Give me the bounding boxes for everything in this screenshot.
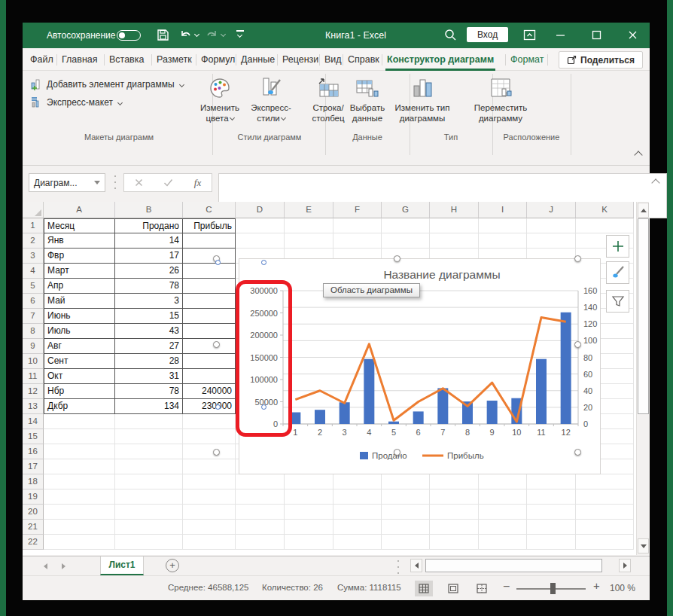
tab-layout[interactable]: Разметк [155,48,193,71]
cell-I1[interactable] [479,218,527,233]
cell-C1[interactable]: Прибыль [183,218,236,233]
view-normal-button[interactable] [415,581,433,596]
row-header-6[interactable]: 6 [23,294,44,309]
cell-B11[interactable]: 31 [115,369,183,384]
row-header-16[interactable]: 16 [23,444,44,459]
new-sheet-button[interactable]: + [166,559,179,572]
cell-H20[interactable] [430,505,479,520]
x-axis-label[interactable]: 2 [318,428,322,437]
sheet-nav-prev-icon[interactable] [44,563,47,569]
select-data-button[interactable]: Выбрать данные [346,74,388,124]
row-header-15[interactable]: 15 [23,429,44,444]
cell-D21[interactable] [236,520,285,535]
cell-C20[interactable] [183,505,236,520]
cell-A10[interactable]: Сент [44,354,115,369]
cell-C15[interactable] [183,429,236,444]
cell-F21[interactable] [333,520,382,535]
legend-swatch-bar[interactable] [360,452,368,459]
cell-A19[interactable] [44,489,115,505]
cell-A3[interactable]: Фвр [44,249,115,264]
cell-B8[interactable]: 43 [115,324,183,339]
cell-A14[interactable] [44,414,115,429]
cell-F22[interactable] [333,535,382,550]
chart-handle-top-right[interactable] [574,255,581,262]
cell-E22[interactable] [285,535,333,550]
sign-in-button[interactable]: Вход [467,27,508,42]
bar-9[interactable] [487,401,498,424]
column-header-E[interactable]: E [285,202,333,218]
bar-6[interactable] [413,411,424,424]
cell-B12[interactable]: 78 [115,384,183,399]
cell-I18[interactable] [479,474,527,489]
bar-3[interactable] [340,402,350,424]
chart-filters-button[interactable] [606,290,629,313]
collapse-ribbon-icon[interactable] [634,151,642,159]
column-header-C[interactable]: C [183,202,236,218]
cell-B21[interactable] [115,520,183,535]
tab-home[interactable]: Главная [60,48,99,71]
right-axis-label[interactable]: 100 [583,336,597,345]
hscroll-left-button[interactable] [410,559,422,572]
cell-B3[interactable]: 17 [115,249,183,264]
x-axis-label[interactable]: 4 [367,428,371,437]
cell-C12[interactable]: 240000 [183,384,236,399]
x-axis-label[interactable]: 1 [293,428,297,437]
cell-A8[interactable]: Июль [44,324,115,339]
cell-B16[interactable] [115,444,183,459]
cell-B13[interactable]: 134 [115,399,183,414]
chart-handle-bottom-left[interactable] [213,449,220,456]
row-header-17[interactable]: 17 [23,459,44,474]
x-axis-label[interactable]: 10 [512,428,521,437]
cell-B4[interactable]: 26 [115,264,183,279]
x-axis-label[interactable]: 3 [343,428,347,437]
zoom-out-button[interactable]: − [503,580,510,593]
cell-J21[interactable] [527,520,576,535]
cell-C8[interactable] [183,324,236,339]
cell-H18[interactable] [430,474,479,489]
vertical-scrollbar[interactable] [636,202,649,555]
cell-B6[interactable]: 3 [115,294,183,309]
axis-selection-handle[interactable] [215,404,221,410]
name-box-dropdown-icon[interactable] [94,181,100,184]
cell-A18[interactable] [44,474,115,489]
enter-icon[interactable] [163,178,173,187]
cell-H2[interactable] [430,233,479,249]
cancel-icon[interactable] [135,178,143,187]
bar-4[interactable] [364,359,374,424]
bar-5[interactable] [388,422,399,424]
customize-quick-access-icon[interactable] [236,30,244,32]
cell-C4[interactable] [183,264,236,279]
cell-A13[interactable]: Дкбр [44,399,115,414]
cell-E2[interactable] [285,233,333,249]
cell-I2[interactable] [479,233,527,249]
column-header-G[interactable]: G [382,202,430,218]
cell-J2[interactable] [527,233,576,249]
bar-11[interactable] [536,359,547,424]
tab-format[interactable]: Формат [509,48,545,71]
cell-E21[interactable] [285,520,333,535]
row-header-2[interactable]: 2 [23,233,44,249]
row-header-11[interactable]: 11 [23,369,44,384]
cell-C14[interactable] [183,414,236,429]
quick-styles-button[interactable]: Экспресс-стили [246,74,296,124]
cell-A15[interactable] [44,429,115,444]
cell-I20[interactable] [479,505,527,520]
cell-B7[interactable]: 15 [115,309,183,324]
column-header-K[interactable]: K [576,202,634,218]
right-axis-label[interactable]: 40 [583,386,592,395]
cell-C22[interactable] [183,535,236,550]
undo-dropdown-caret[interactable] [194,32,199,37]
legend-label-sold[interactable]: Продано [372,451,407,460]
cell-C18[interactable] [183,474,236,489]
cell-E20[interactable] [285,505,333,520]
cell-D22[interactable] [236,535,285,550]
right-axis-label[interactable]: 140 [583,303,597,312]
row-header-12[interactable]: 12 [23,384,44,399]
row-header-7[interactable]: 7 [23,309,44,324]
x-axis-label[interactable]: 9 [490,428,495,437]
cell-I21[interactable] [479,520,527,535]
bar-12[interactable] [561,313,571,424]
column-header-J[interactable]: J [527,202,576,218]
cell-B17[interactable] [115,459,183,474]
row-header-9[interactable]: 9 [23,339,44,354]
